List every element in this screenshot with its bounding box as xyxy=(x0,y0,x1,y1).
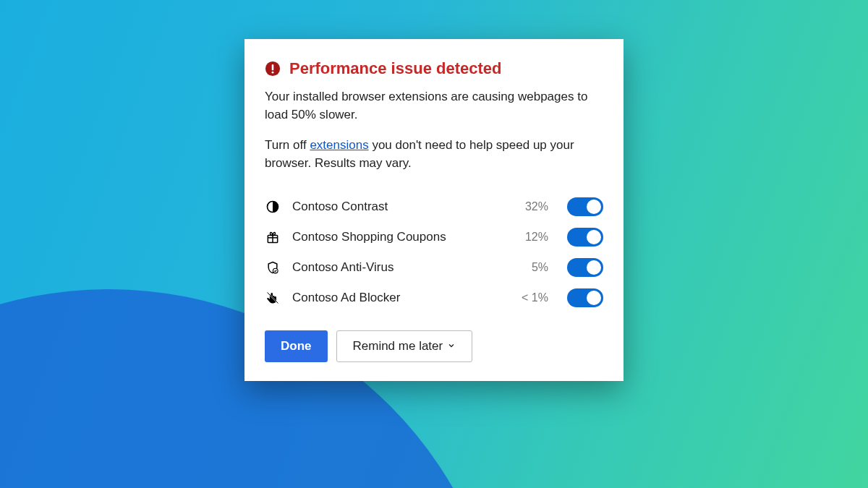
contrast-icon xyxy=(265,199,281,215)
extension-toggle[interactable] xyxy=(567,288,603,307)
body2-pre: Turn off xyxy=(265,138,310,152)
extension-toggle[interactable] xyxy=(567,228,603,247)
gift-icon xyxy=(265,229,281,245)
extension-list: Contoso Contrast 32% Contoso Shopping Co… xyxy=(265,194,603,310)
extension-row: Contoso Shopping Coupons 12% xyxy=(265,225,603,249)
chevron-down-icon xyxy=(447,339,456,354)
extension-row: Contoso Contrast 32% xyxy=(265,194,603,219)
extension-percent: 5% xyxy=(515,261,548,274)
dialog-body-1: Your installed browser extensions are ca… xyxy=(265,88,603,124)
button-row: Done Remind me later xyxy=(265,330,603,362)
dialog-title: Performance issue detected xyxy=(289,59,501,78)
extension-name: Contoso Contrast xyxy=(292,200,503,214)
svg-rect-1 xyxy=(272,64,274,70)
hand-off-icon xyxy=(265,290,281,306)
extension-percent: < 1% xyxy=(515,291,548,304)
extensions-link[interactable]: extensions xyxy=(310,138,368,152)
done-button[interactable]: Done xyxy=(265,330,328,362)
extension-percent: 32% xyxy=(515,200,548,213)
shield-icon xyxy=(265,260,281,275)
alert-icon xyxy=(265,61,281,77)
extension-name: Contoso Anti-Virus xyxy=(292,260,503,275)
extension-toggle[interactable] xyxy=(567,197,603,216)
extension-name: Contoso Shopping Coupons xyxy=(292,230,503,244)
svg-point-2 xyxy=(272,72,274,74)
dialog-body-2: Turn off extensions you don't need to he… xyxy=(265,137,603,172)
extension-toggle[interactable] xyxy=(567,258,603,277)
performance-dialog: Performance issue detected Your installe… xyxy=(244,39,624,381)
extension-name: Contoso Ad Blocker xyxy=(292,291,503,305)
extension-percent: 12% xyxy=(515,231,548,244)
extension-row: Contoso Anti-Virus 5% xyxy=(265,255,603,280)
remind-later-button[interactable]: Remind me later xyxy=(336,330,473,362)
dialog-header: Performance issue detected xyxy=(265,59,603,78)
extension-row: Contoso Ad Blocker < 1% xyxy=(265,286,603,310)
remind-label: Remind me later xyxy=(353,339,443,354)
